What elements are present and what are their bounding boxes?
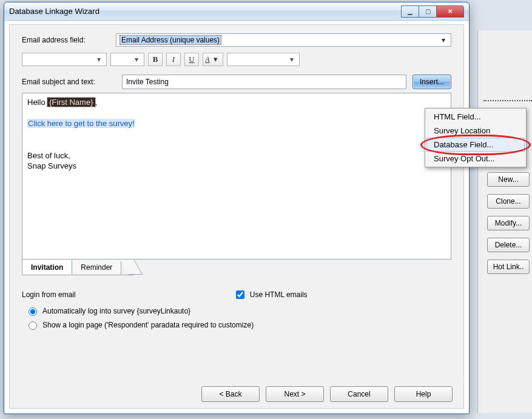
chevron-down-icon	[132, 55, 141, 64]
maximize-button[interactable]	[419, 5, 437, 18]
greeting-post: ,	[95, 98, 98, 107]
signoff-line-1: Best of luck,	[27, 150, 446, 161]
login-heading: Login from email	[22, 290, 76, 299]
login-auto-label: Automatically log into survey {surveyLin…	[42, 307, 190, 315]
bg-hotlink-button[interactable]: Hot Link..	[487, 260, 530, 274]
window-title: Database Linkage Wizard	[9, 7, 402, 16]
menu-survey-location[interactable]: Survey Location	[426, 124, 525, 138]
use-html-label: Use HTML emails	[250, 290, 308, 299]
menu-html-field[interactable]: HTML Field...	[426, 110, 525, 124]
merge-first-name: {First Name}	[47, 98, 95, 107]
help-button[interactable]: Help	[394, 386, 453, 402]
survey-link[interactable]: Click here to get to the survey!	[27, 119, 135, 128]
italic-button[interactable]: I	[166, 53, 181, 66]
chevron-down-icon	[287, 55, 297, 64]
underline-button[interactable]: U	[184, 53, 199, 66]
chevron-down-icon	[94, 55, 104, 64]
bg-clone-button[interactable]: Clone...	[487, 194, 530, 209]
subject-row: Email subject and text: Insert...	[22, 75, 451, 89]
tab-trail-decor	[121, 260, 134, 275]
greeting-pre: Hello	[27, 98, 47, 107]
bg-modify-button[interactable]: Modify...	[487, 216, 530, 230]
login-page-radio[interactable]: Show a login page ('Respondent' paradata…	[25, 320, 451, 330]
login-page-label: Show a login page ('Respondent' paradata…	[42, 321, 254, 329]
login-auto-radio-input[interactable]	[29, 307, 37, 316]
font-family-select[interactable]	[22, 53, 107, 66]
insert-menu: HTML Field... Survey Location Database F…	[425, 108, 527, 167]
chevron-down-icon	[439, 36, 448, 44]
chevron-down-icon	[211, 55, 221, 64]
body-editor[interactable]: Hello {First Name}, Click here to get to…	[22, 93, 451, 260]
insert-button[interactable]: Insert...	[412, 75, 451, 89]
font-color-button[interactable]: A	[203, 53, 223, 66]
background-button-stack: New... Clone... Modify... Delete... Hot …	[487, 172, 530, 281]
bg-new-button[interactable]: New...	[487, 172, 530, 187]
format-toolbar: B I U A	[22, 53, 451, 66]
body-tabs: Invitation Reminder	[22, 260, 451, 275]
titlebar[interactable]: Database Linkage Wizard	[4, 2, 469, 21]
font-color-icon: A	[205, 55, 209, 64]
email-field-label: Email address field:	[22, 36, 116, 44]
tab-invitation[interactable]: Invitation	[22, 260, 72, 275]
signoff-line-2: Snap Surveys	[27, 161, 446, 172]
next-button[interactable]: Next >	[266, 386, 324, 402]
login-auto-radio[interactable]: Automatically log into survey {surveyLin…	[25, 306, 451, 316]
email-field-select[interactable]: Email Address (unique values)	[116, 33, 451, 47]
email-field-row: Email address field: Email Address (uniq…	[22, 33, 451, 47]
bg-delete-button[interactable]: Delete...	[487, 238, 530, 252]
close-button[interactable]	[436, 5, 464, 18]
login-page-radio-input[interactable]	[29, 321, 37, 330]
subject-label: Email subject and text:	[22, 78, 116, 86]
use-html-checkbox-input[interactable]	[236, 290, 244, 299]
dialog-client: Email address field: Email Address (uniq…	[9, 24, 464, 409]
minimize-button[interactable]	[401, 5, 419, 18]
window-controls	[402, 5, 464, 18]
background-divider	[483, 100, 532, 104]
subject-input[interactable]	[122, 75, 406, 89]
login-section: Login from email Use HTML emails Automat…	[22, 289, 451, 330]
dialog-window: Database Linkage Wizard Email address fi…	[4, 2, 470, 414]
bold-button[interactable]: B	[148, 53, 163, 66]
back-button[interactable]: < Back	[201, 386, 260, 402]
dialog-footer: < Back Next > Cancel Help	[10, 386, 463, 402]
menu-database-field[interactable]: Database Field...	[426, 138, 525, 152]
email-field-value: Email Address (unique values)	[120, 36, 221, 44]
cancel-button[interactable]: Cancel	[330, 386, 388, 402]
font-size-select[interactable]	[110, 53, 144, 66]
style-select[interactable]	[227, 53, 300, 66]
tab-reminder[interactable]: Reminder	[72, 260, 121, 275]
use-html-checkbox[interactable]: Use HTML emails	[234, 289, 308, 301]
body-line-greeting: Hello {First Name},	[27, 97, 446, 108]
menu-survey-opt-out[interactable]: Survey Opt Out...	[426, 152, 525, 166]
